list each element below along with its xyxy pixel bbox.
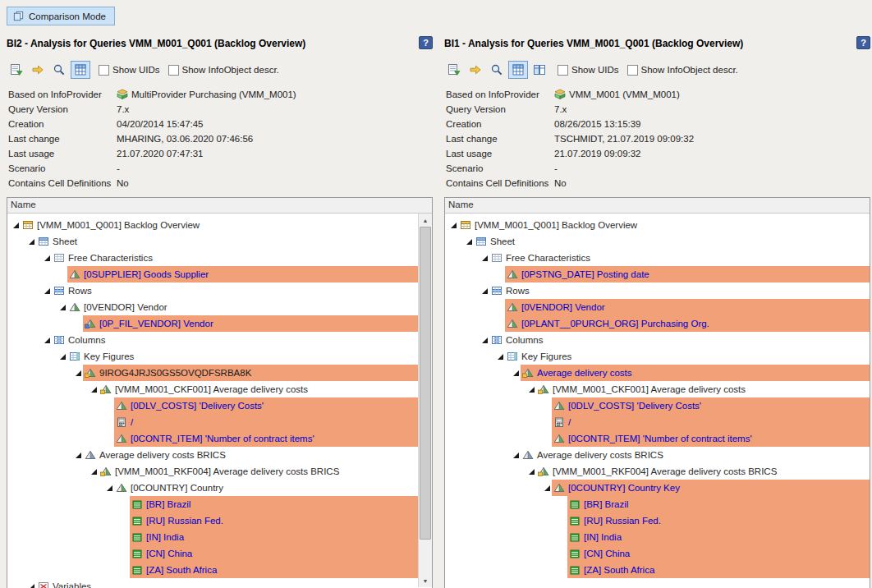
characteristic-icon	[553, 482, 565, 494]
tree-node[interactable]: [0PLANT__0PURCH_ORG] Purchasing Org.	[445, 315, 870, 332]
panel-bi1: BI1 - Analysis for Queries VMM_M001_Q001…	[444, 36, 870, 588]
tree-node[interactable]: Key Figures	[445, 348, 870, 365]
tree-node[interactable]: [ZA] South Africa	[7, 562, 418, 578]
tree-node-label: [0COUNTRY] Country	[131, 483, 223, 493]
tree-node[interactable]: [0SUPPLIER] Goods Supplier	[7, 266, 418, 283]
tree-node[interactable]: [0CONTR_ITEM] 'Number of contract items'	[445, 430, 870, 447]
checkbox-option[interactable]: Show InfoObject descr.	[168, 65, 279, 76]
tree-node[interactable]: Variables	[7, 578, 418, 588]
expander-icon[interactable]	[57, 353, 67, 361]
tree-node[interactable]: [VMM_M001_Q001] Backlog Overview	[445, 217, 870, 233]
result-table-button[interactable]	[444, 61, 464, 79]
tree-scrollbar[interactable]: ▲ ▼	[418, 214, 432, 587]
expander-icon[interactable]	[26, 238, 36, 246]
expander-icon[interactable]	[526, 386, 536, 393]
expander-icon[interactable]	[526, 468, 536, 475]
expand-grid-button[interactable]	[508, 61, 528, 79]
tree-node[interactable]: Free Characteristics	[445, 250, 870, 266]
tree-node[interactable]: [ZA] South Africa	[445, 562, 870, 578]
tree-node[interactable]: [VMM_M001_CKF001] Average delivery costs	[7, 381, 418, 397]
tree-node[interactable]: Sheet	[445, 233, 870, 250]
expander-icon[interactable]	[73, 452, 83, 459]
tree-node[interactable]: Rows	[445, 283, 870, 299]
tree-node[interactable]: Columns	[7, 332, 418, 348]
expand-grid-button[interactable]	[71, 61, 90, 79]
result-table-button[interactable]	[7, 61, 26, 79]
expander-icon[interactable]	[448, 222, 458, 229]
tree-node[interactable]: Free Characteristics	[7, 250, 418, 266]
info-label: Creation	[8, 119, 117, 129]
expander-icon[interactable]	[42, 337, 52, 344]
help-icon[interactable]: ?	[419, 36, 433, 49]
tree-node[interactable]: [CN] China	[445, 545, 870, 562]
expander-icon[interactable]	[480, 337, 489, 344]
checkbox[interactable]	[168, 65, 179, 76]
checkbox-option[interactable]: Show UIDs	[558, 65, 619, 76]
tree-node[interactable]: [RU] Russian Fed.	[7, 512, 418, 529]
checkbox-option[interactable]: Show InfoObject descr.	[627, 65, 738, 76]
expander-icon[interactable]	[542, 485, 552, 492]
tree-node[interactable]: Rows	[7, 283, 418, 299]
expander-icon[interactable]	[511, 370, 521, 377]
tree-node[interactable]: [0COUNTRY] Country	[7, 480, 418, 496]
tree-node[interactable]: Average delivery costs	[445, 365, 870, 381]
tree-node[interactable]: [VMM_M001_CKF001] Average delivery costs	[445, 381, 870, 397]
tree-node[interactable]: [0PSTNG_DATE] Posting date	[445, 266, 870, 283]
expander-icon[interactable]	[480, 255, 489, 262]
tree-node[interactable]: Average delivery costs BRICS	[445, 447, 870, 463]
expander-icon[interactable]	[480, 287, 489, 295]
rows-icon	[53, 285, 65, 296]
tree-node[interactable]: [0CONTR_ITEM] 'Number of contract items'	[7, 430, 418, 447]
tree-node[interactable]: [BR] Brazil	[445, 496, 870, 512]
scroll-down-icon[interactable]: ▼	[419, 574, 432, 587]
expander-icon[interactable]	[73, 370, 83, 377]
scrollbar-thumb[interactable]	[420, 227, 431, 540]
expander-icon[interactable]	[26, 583, 36, 588]
expander-icon[interactable]	[104, 485, 114, 492]
expander-icon[interactable]	[11, 222, 21, 229]
tree-node[interactable]: [IN] India	[445, 529, 870, 545]
magnifier-button[interactable]	[49, 61, 69, 79]
comparison-mode-button[interactable]: Comparison Mode	[7, 7, 115, 25]
checkbox-option[interactable]: Show UIDs	[99, 65, 160, 76]
tree-node[interactable]: [RU] Russian Fed.	[445, 512, 870, 529]
checkbox[interactable]	[558, 65, 568, 76]
tree-node[interactable]: [VMM_M001_RKF004] Average delivery costs…	[7, 463, 418, 480]
help-icon[interactable]: ?	[856, 36, 870, 49]
tree-node[interactable]: Average delivery costs BRICS	[7, 447, 418, 463]
expander-icon[interactable]	[89, 468, 99, 475]
tree-node[interactable]: /	[445, 414, 870, 430]
tree-node[interactable]: [0VENDOR] Vendor	[7, 299, 418, 315]
tree-node[interactable]: [IN] India	[7, 529, 418, 545]
expander-icon[interactable]	[495, 353, 505, 361]
tree-node[interactable]: 9IROG4JRJS0GS5OVQDFSRBA8K	[7, 365, 418, 381]
tree-node[interactable]: [0P_FIL_VENDOR] Vendor	[7, 315, 418, 332]
tree-node[interactable]: [BR] Brazil	[7, 496, 418, 512]
compare-grid-button[interactable]	[530, 61, 549, 79]
tree-node[interactable]: [0DLV_COSTS] 'Delivery Costs'	[7, 397, 418, 414]
tree-node[interactable]: Sheet	[7, 233, 418, 250]
tree-node[interactable]: /	[7, 414, 418, 430]
expander-icon[interactable]	[42, 287, 52, 295]
checkbox[interactable]	[627, 65, 638, 76]
tree-node[interactable]: [0VENDOR] Vendor	[445, 299, 870, 315]
tree-node[interactable]: [0DLV_COSTS] 'Delivery Costs'	[445, 397, 870, 414]
tree-node[interactable]: [VMM_M001_Q001] Backlog Overview	[7, 217, 418, 233]
checkbox[interactable]	[99, 65, 109, 76]
expander-icon[interactable]	[464, 238, 474, 246]
expander-icon[interactable]	[42, 255, 52, 262]
scrollbar-track[interactable]	[419, 227, 432, 574]
tree-node[interactable]: Key Figures	[7, 348, 418, 365]
tree-node[interactable]: [0COUNTRY] Country Key	[445, 480, 870, 496]
scroll-up-icon[interactable]: ▲	[419, 214, 432, 227]
expander-icon[interactable]	[57, 304, 67, 311]
adjust-arrows-button[interactable]	[466, 61, 485, 79]
magnifier-button[interactable]	[487, 61, 507, 79]
tree-node[interactable]: Columns	[445, 332, 870, 348]
adjust-arrows-button[interactable]	[28, 61, 48, 79]
tree-node[interactable]: [CN] China	[7, 545, 418, 562]
tree-node[interactable]: [VMM_M001_RKF004] Average delivery costs…	[445, 463, 870, 480]
expander-icon[interactable]	[511, 452, 521, 459]
expander-icon[interactable]	[89, 386, 99, 393]
tree-rows: [VMM_M001_Q001] Backlog OverviewSheetFre…	[445, 214, 870, 578]
